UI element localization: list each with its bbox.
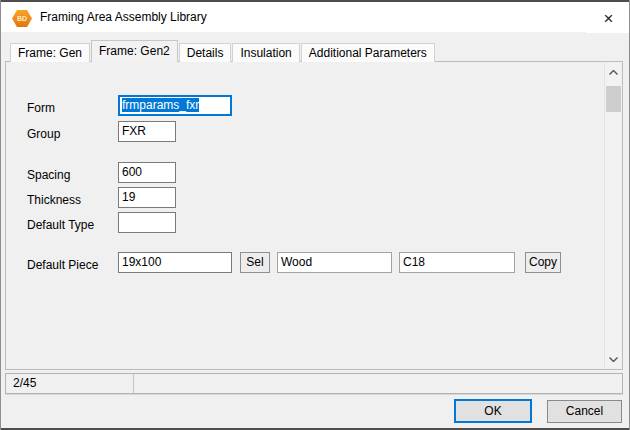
- cancel-button[interactable]: Cancel: [547, 400, 622, 423]
- dialog-window: BD Framing Area Assembly Library × Frame…: [0, 0, 630, 430]
- ok-button[interactable]: OK: [454, 399, 532, 423]
- scroll-up-button[interactable]: [605, 64, 622, 80]
- scrollbar-thumb[interactable]: [606, 86, 621, 112]
- close-icon: ×: [604, 10, 614, 27]
- default-type-input[interactable]: [118, 212, 176, 233]
- form-input-selected-text: frmparams_fxr: [122, 98, 199, 112]
- form-input[interactable]: frmparams_fxr: [118, 95, 232, 116]
- tab-frame-gen[interactable]: Frame: Gen: [10, 43, 90, 62]
- spacing-label: Spacing: [27, 165, 70, 186]
- record-indicator: 2/45: [6, 374, 134, 393]
- default-piece-input[interactable]: 19x100: [118, 252, 232, 273]
- select-piece-button[interactable]: Sel: [240, 252, 270, 273]
- bd-hexagon-app-icon: BD: [12, 10, 32, 27]
- tab-frame-gen2[interactable]: Frame: Gen2: [91, 40, 178, 62]
- vertical-scrollbar[interactable]: [604, 63, 621, 368]
- thickness-label: Thickness: [27, 190, 81, 211]
- spacing-input[interactable]: 600: [118, 162, 176, 183]
- close-button[interactable]: ×: [586, 4, 630, 33]
- tab-insulation[interactable]: Insulation: [232, 43, 299, 62]
- tab-details[interactable]: Details: [179, 43, 232, 62]
- copy-button[interactable]: Copy: [525, 252, 561, 273]
- window-title: Framing Area Assembly Library: [40, 2, 207, 32]
- chevron-down-icon: [609, 357, 618, 362]
- title-bar: BD Framing Area Assembly Library ×: [1, 2, 630, 32]
- group-label: Group: [27, 124, 60, 145]
- grade-field: C18: [399, 252, 515, 273]
- default-piece-label: Default Piece: [27, 255, 98, 276]
- status-bar-spacer: [134, 374, 622, 393]
- thickness-input[interactable]: 19: [118, 187, 176, 208]
- chevron-up-icon: [609, 70, 618, 75]
- scroll-down-button[interactable]: [605, 351, 622, 367]
- tab-additional-parameters[interactable]: Additional Parameters: [301, 43, 435, 62]
- status-bar: 2/45: [5, 373, 623, 394]
- default-type-label: Default Type: [27, 215, 94, 236]
- background-app-edge-top: [1, 0, 630, 2]
- group-input[interactable]: FXR: [118, 121, 176, 142]
- form-label: Form: [27, 98, 55, 119]
- tab-page-panel: Form frmparams_fxr Group FXR Spacing 600…: [5, 61, 623, 370]
- material-field: Wood: [277, 252, 392, 273]
- tab-strip: Frame: Gen Frame: Gen2 Details Insulatio…: [10, 40, 436, 62]
